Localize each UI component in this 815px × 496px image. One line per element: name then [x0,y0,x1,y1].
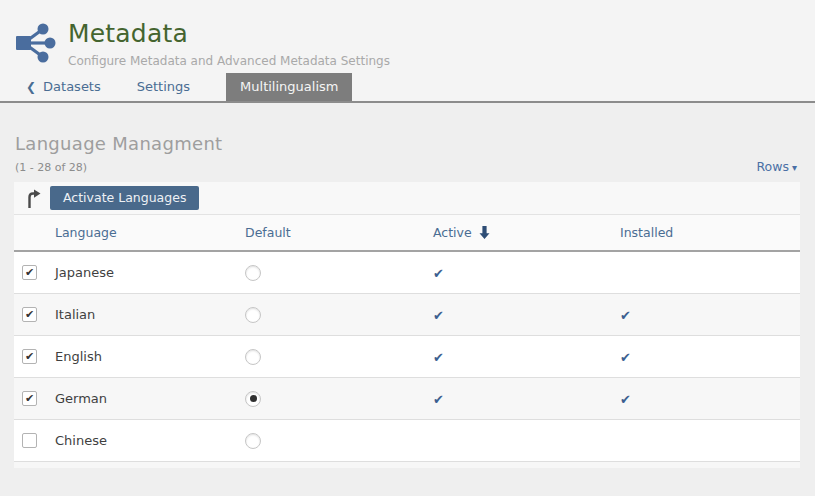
page-subtitle: Configure Metadata and Advanced Metadata… [68,54,390,68]
installed-check-icon: ✔ [620,392,631,407]
back-chevron-icon: ❮ [26,73,36,101]
share-icon [14,21,58,65]
language-name: English [55,349,245,364]
select-checkbox[interactable]: ✔ [22,307,37,322]
language-name: Japanese [55,265,245,280]
page-title: Metadata [68,19,390,48]
default-radio[interactable] [245,433,261,449]
default-radio[interactable] [245,391,261,407]
rows-dropdown-label: Rows [756,159,789,174]
column-header-installed[interactable]: Installed [620,225,800,240]
table-row-italian: ✔ Italian ✔ ✔ [14,294,800,336]
activate-languages-button[interactable]: Activate Languages [50,186,199,210]
level-up-arrow-icon[interactable] [27,189,41,208]
tab-label: Settings [137,73,190,101]
caret-down-icon: ▾ [792,162,797,173]
next-row-partial [14,462,800,468]
brand-text: Metadata Configure Metadata and Advanced… [68,19,390,68]
table-header-row: Language Default Active Installed [14,214,800,252]
column-header-label: Active [433,225,472,240]
language-name: German [55,391,245,406]
table-row-english: ✔ English ✔ ✔ [14,336,800,378]
active-check-icon: ✔ [433,308,444,323]
active-check-icon: ✔ [433,392,444,407]
result-count: (1 - 28 of 28) [15,161,797,174]
select-checkbox[interactable]: ✔ [22,265,37,280]
tab-label: Datasets [43,73,101,101]
column-header-default[interactable]: Default [245,225,433,240]
sort-desc-icon [479,226,490,239]
column-header-label: Language [55,225,117,240]
tab-bar: ❮ Datasets Settings Multilingualism [0,73,815,101]
column-header-label: Installed [620,225,673,240]
table-row-chinese: ✔ Chinese ✔ ✔ [14,420,800,462]
rows-dropdown[interactable]: Rows▾ [756,159,797,174]
default-radio[interactable] [245,349,261,365]
brand: Metadata Configure Metadata and Advanced… [0,0,815,73]
column-header-label: Default [245,225,291,240]
tab-settings[interactable]: Settings [131,73,196,101]
section-head: Language Managment (1 - 28 of 28) Rows▾ [0,103,815,174]
table-toolbar: Activate Languages [14,182,800,214]
language-table-panel: Activate Languages Language Default Acti… [14,182,800,468]
language-name: Italian [55,307,245,322]
default-radio[interactable] [245,265,261,281]
table-row-german: ✔ German ✔ ✔ [14,378,800,420]
select-checkbox[interactable]: ✔ [22,433,37,448]
installed-check-icon: ✔ [620,308,631,323]
language-name: Chinese [55,433,245,448]
default-radio[interactable] [245,307,261,323]
tab-label: Multilingualism [240,73,338,101]
active-check-icon: ✔ [433,350,444,365]
select-checkbox[interactable]: ✔ [22,349,37,364]
active-check-icon: ✔ [433,266,444,281]
masthead: Metadata Configure Metadata and Advanced… [0,0,815,103]
installed-check-icon: ✔ [620,350,631,365]
column-header-active[interactable]: Active [433,225,620,240]
table-row-japanese: ✔ Japanese ✔ ✔ [14,252,800,294]
section-title: Language Managment [15,133,797,154]
tab-datasets[interactable]: ❮ Datasets [20,73,107,101]
tab-multilingualism[interactable]: Multilingualism [226,73,352,101]
column-header-language[interactable]: Language [55,225,245,240]
select-checkbox[interactable]: ✔ [22,391,37,406]
